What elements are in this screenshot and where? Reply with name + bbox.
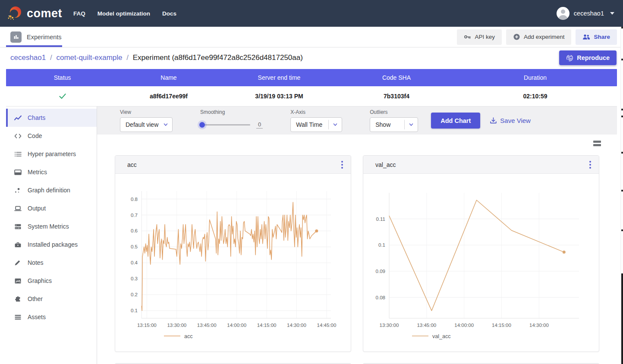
column-header-code-sha: Code SHA xyxy=(340,69,453,86)
nav-link-faq[interactable]: FAQ xyxy=(73,10,85,17)
sidebar-item-graphics[interactable]: Graphics xyxy=(6,272,97,290)
sidebar-item-other[interactable]: Other xyxy=(6,290,97,308)
server-stack-icon xyxy=(14,223,22,230)
active-tab-underline xyxy=(6,45,62,47)
add-experiment-label: Add experiment xyxy=(524,34,565,40)
svg-text:0.3: 0.3 xyxy=(131,276,138,281)
sidebar-item-label: Assets xyxy=(28,314,46,320)
view-select[interactable]: Default view xyxy=(120,117,173,132)
outliers-label: Outliers xyxy=(370,109,418,115)
svg-text:0.09: 0.09 xyxy=(376,269,385,274)
code-sha-cell: 7b3103f4 xyxy=(340,86,453,106)
sidebar-item-label: Metrics xyxy=(28,169,47,176)
svg-text:13:45:00: 13:45:00 xyxy=(197,323,217,328)
x-axis-select-value: Wall Time xyxy=(296,121,322,128)
table-header-row: Status Name Server end time Code SHA Dur… xyxy=(6,69,617,86)
sidebar-item-label: Graph definition xyxy=(28,187,70,194)
chart-title: acc xyxy=(127,161,137,168)
svg-text:13:45:00: 13:45:00 xyxy=(417,323,436,328)
charts-grid: acc 13:15:0013:30:0013:45:0014:00:0014:1… xyxy=(97,135,617,364)
outliers-select[interactable]: Show xyxy=(370,117,418,132)
svg-text:0.11: 0.11 xyxy=(376,217,385,222)
slider-thumb[interactable] xyxy=(199,122,205,128)
nav-link-docs[interactable]: Docs xyxy=(162,10,176,17)
layout-toggle-icon[interactable] xyxy=(593,141,601,146)
sidebar-item-label: Hyper parameters xyxy=(28,151,76,157)
x-axis-select[interactable]: Wall Time xyxy=(290,117,342,132)
status-cell xyxy=(6,86,119,106)
sidebar-item-label: Charts xyxy=(28,114,45,121)
tab-experiments[interactable]: Experiments xyxy=(6,27,68,47)
experiment-sidebar: Charts Code Hyper parameters Metrics Gra… xyxy=(6,107,97,364)
duration-cell: 02:10:59 xyxy=(453,86,617,106)
pencil-icon xyxy=(14,260,22,266)
download-icon xyxy=(490,117,497,124)
sidebar-item-label: Code xyxy=(28,132,42,139)
save-view-button[interactable]: Save View xyxy=(490,117,531,124)
api-key-label: API key xyxy=(475,34,495,40)
svg-text:14:15:00: 14:15:00 xyxy=(492,323,511,328)
chart-card-header: acc xyxy=(115,156,351,174)
smoothing-value[interactable]: 0 xyxy=(256,121,263,129)
sidebar-item-assets[interactable]: Assets xyxy=(6,308,97,326)
fingerprint-icon xyxy=(566,54,573,62)
sidebar-item-hyper-parameters[interactable]: Hyper parameters xyxy=(6,145,97,163)
charts-panel: View Default view Smoothing 0 X-Axis xyxy=(97,107,617,364)
sidebar-item-code[interactable]: Code xyxy=(6,127,97,145)
smoothing-slider[interactable] xyxy=(200,124,250,126)
page-scrollbar[interactable] xyxy=(620,27,623,364)
x-axis-control: X-Axis Wall Time xyxy=(290,109,342,132)
add-experiment-button[interactable]: Add experiment xyxy=(506,29,572,45)
sidebar-item-installed-packages[interactable]: Installed packages xyxy=(6,235,97,254)
svg-text:13:30:00: 13:30:00 xyxy=(380,323,399,328)
table-row: a8f6d17ee99f 3/19/19 03:13 PM 7b3103f4 0… xyxy=(6,86,617,107)
plus-circle-icon xyxy=(513,33,520,41)
comet-logo-icon xyxy=(6,5,23,22)
nav-link-model-optimization[interactable]: Model optimization xyxy=(98,10,150,17)
user-menu[interactable]: ceceshao1 xyxy=(557,7,614,20)
breadcrumb-project-link[interactable]: comet-quilt-example xyxy=(56,53,122,62)
breadcrumb-bar: ceceshao1 / comet-quilt-example / Experi… xyxy=(0,47,623,68)
sidebar-item-graph-definition[interactable]: Graph definition xyxy=(6,181,97,199)
add-chart-button[interactable]: Add Chart xyxy=(431,113,480,129)
stack-lines-icon xyxy=(14,314,22,320)
svg-text:0.7: 0.7 xyxy=(131,213,138,218)
svg-text:13:30:00: 13:30:00 xyxy=(167,323,186,328)
smoothing-label: Smoothing xyxy=(200,109,263,115)
view-select-value: Default view xyxy=(126,121,158,128)
share-button[interactable]: Share xyxy=(576,29,617,45)
svg-text:0.5: 0.5 xyxy=(131,244,138,249)
top-navbar: comet FAQ Model optimization Docs cecesh… xyxy=(0,0,623,27)
checkmark-icon xyxy=(58,91,67,101)
breadcrumb-owner-link[interactable]: ceceshao1 xyxy=(10,53,46,62)
puzzle-icon xyxy=(14,296,22,302)
chart-card-acc: acc 13:15:0013:30:0013:45:0014:00:0014:1… xyxy=(115,155,351,352)
column-header-status: Status xyxy=(6,69,119,86)
view-control: View Default view xyxy=(120,109,173,132)
line-chart-val-acc[interactable]: 13:30:0013:45:0014:00:0014:15:0014:30:00… xyxy=(363,174,599,351)
sidebar-item-output[interactable]: Output xyxy=(6,199,97,217)
bar-chart-icon xyxy=(10,31,22,43)
svg-text:14:30:00: 14:30:00 xyxy=(529,323,549,328)
svg-text:0.1: 0.1 xyxy=(378,242,385,248)
api-key-button[interactable]: API key xyxy=(457,29,502,45)
sidebar-item-metrics[interactable]: Metrics xyxy=(6,163,97,181)
sidebar-item-system-metrics[interactable]: System Metrics xyxy=(6,217,97,235)
x-axis-label: X-Axis xyxy=(290,109,342,115)
experiment-name-cell: a8f6d17ee99f xyxy=(119,86,219,106)
kebab-menu-icon[interactable] xyxy=(588,159,593,170)
line-chart-acc[interactable]: 13:15:0013:30:0013:45:0014:00:0014:15:00… xyxy=(115,174,351,351)
code-icon xyxy=(14,133,22,139)
sidebar-item-label: Other xyxy=(28,295,43,302)
reproduce-button[interactable]: Reproduce xyxy=(559,50,617,65)
breadcrumb-separator: / xyxy=(126,53,129,62)
svg-text:0.4: 0.4 xyxy=(131,260,138,265)
kebab-menu-icon[interactable] xyxy=(340,159,345,170)
breadcrumb: ceceshao1 / comet-quilt-example / Experi… xyxy=(10,53,303,62)
svg-text:14:00:00: 14:00:00 xyxy=(227,323,246,328)
chevron-down-icon xyxy=(164,122,168,127)
sidebar-item-notes[interactable]: Notes xyxy=(6,254,97,272)
brand-name: comet xyxy=(27,7,62,20)
sidebar-item-label: Output xyxy=(28,205,46,212)
sidebar-item-charts[interactable]: Charts xyxy=(6,109,97,127)
